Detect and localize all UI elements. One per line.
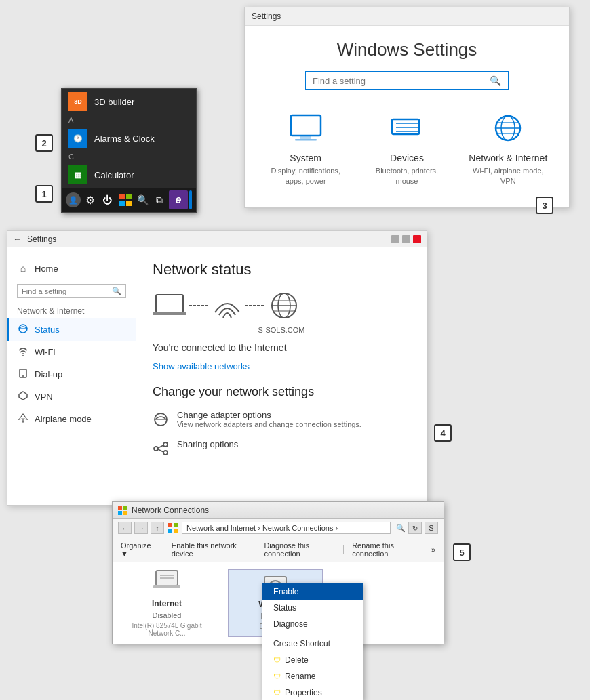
netconn-titlebar-label: Network Connections — [132, 506, 209, 515]
settings-search-box[interactable]: 🔍 — [305, 71, 509, 90]
label-3dbuilder: 3D builder — [94, 97, 134, 107]
svg-rect-6 — [295, 139, 317, 141]
find-setting-input[interactable] — [22, 287, 112, 295]
enable-label: Enable — [273, 587, 298, 596]
nav-back-btn[interactable]: ← — [118, 522, 132, 534]
network-settings-panel: ← Settings ⌂ Home 🔍 Network & Internet — [7, 230, 427, 506]
airplane-icon — [17, 413, 29, 426]
ctx-item-delete[interactable]: 🛡 Delete — [262, 652, 363, 668]
status-label: Status — [273, 603, 296, 613]
adapter-internet[interactable]: Internet Disabled Intel(R) 82574L Gigabi… — [119, 569, 214, 637]
toolbar-sep-2 — [256, 545, 256, 554]
diagnose-btn[interactable]: Diagnose this connection — [261, 540, 338, 559]
sharing-option[interactable]: Sharing options — [153, 439, 410, 460]
svg-rect-39 — [118, 511, 122, 515]
restore-button[interactable] — [402, 235, 410, 243]
svg-rect-5 — [300, 136, 311, 139]
network-diagram — [153, 289, 410, 322]
user-avatar[interactable]: 👤 — [66, 188, 81, 211]
start-menu-item-3dbuilder[interactable]: 3D 3D builder — [62, 89, 196, 115]
home-item[interactable]: ⌂ Home — [7, 258, 136, 279]
sidebar-item-dialup[interactable]: Dial-up — [7, 363, 136, 386]
organize-btn[interactable]: Organize ▼ — [118, 540, 157, 559]
tile-alarms: 🕐 — [68, 129, 87, 148]
status-label: Status — [35, 325, 60, 335]
nav-path: Network and Internet › Network Connectio… — [182, 522, 391, 534]
power-icon[interactable]: ⏻ — [100, 188, 115, 211]
settings-titlebar: Settings — [245, 7, 569, 26]
start-menu-item-calculator[interactable]: ▦ Calculator — [62, 162, 196, 188]
netconn-content: Internet Disabled Intel(R) 82574L Gigabi… — [113, 562, 444, 644]
ctx-item-properties[interactable]: 🛡 Properties — [262, 684, 363, 700]
settings-icon[interactable]: ⚙ — [83, 188, 98, 211]
nav-up-btn[interactable]: ↑ — [151, 522, 164, 534]
svg-rect-37 — [118, 506, 122, 510]
search-taskbar-icon[interactable]: 🔍 — [135, 188, 151, 211]
callout-3: 3 — [536, 197, 553, 214]
network-icon-desc: Wi-Fi, airplane mode, VPN — [468, 166, 549, 187]
svg-rect-43 — [168, 529, 172, 533]
change-adapter-option[interactable]: Change adapter options View network adap… — [153, 410, 410, 431]
adapter-internet-name: Internet — [152, 599, 182, 609]
home-icon: ⌂ — [17, 263, 29, 274]
adapter-option-title: Change adapter options — [177, 410, 361, 420]
sidebar-item-vpn[interactable]: VPN — [7, 386, 136, 408]
ctx-item-status[interactable]: Status — [262, 600, 363, 616]
wifi-label: Wi-Fi — [35, 347, 55, 357]
svg-line-35 — [158, 445, 163, 448]
devices-icon-desc: Bluetooth, printers, mouse — [366, 166, 447, 187]
settings-icons-row: System Display, notifications, apps, pow… — [265, 109, 549, 187]
svg-rect-22 — [153, 312, 186, 315]
devices-icon — [388, 109, 426, 147]
settings-icon-devices[interactable]: Devices Bluetooth, printers, mouse — [366, 109, 447, 187]
svg-rect-46 — [153, 585, 180, 588]
start-menu-letter-a: A — [62, 115, 196, 125]
more-options-btn[interactable]: » — [429, 544, 438, 555]
settings-titlebar-label: Settings — [252, 12, 281, 21]
callout-1: 1 — [35, 185, 53, 203]
nav-search-icon[interactable]: 🔍 — [396, 524, 406, 533]
delete-label: Delete — [285, 655, 309, 665]
svg-rect-3 — [126, 201, 132, 206]
windows-settings-title: Windows Settings — [265, 39, 549, 60]
rename-label: Rename — [285, 672, 315, 681]
toolbar-sep-1 — [163, 545, 163, 554]
sidebar-item-airplane[interactable]: Airplane mode — [7, 408, 136, 430]
svg-rect-1 — [126, 194, 132, 199]
enable-btn[interactable]: Enable this network device — [169, 540, 250, 559]
settings-search-icon: 🔍 — [490, 75, 501, 86]
label-calculator: Calculator — [94, 170, 134, 180]
nav-forward-btn[interactable]: → — [134, 522, 148, 534]
sidebar-item-wifi[interactable]: Wi-Fi — [7, 341, 136, 363]
edge-icon[interactable]: e — [169, 188, 188, 211]
adapter-internet-icon — [153, 569, 180, 596]
find-setting-search[interactable]: 🔍 — [17, 284, 126, 298]
taskbar: 👤 ⚙ ⏻ 🔍 ⧉ e — [62, 188, 196, 212]
ctx-item-diagnose[interactable]: Diagnose — [262, 616, 363, 632]
settings-body: Windows Settings 🔍 System Display, notif… — [245, 26, 569, 207]
sidebar-item-status[interactable]: Status — [7, 318, 136, 341]
diagnose-label: Diagnose — [273, 619, 308, 629]
properties-label: Properties — [285, 688, 322, 697]
rename-btn[interactable]: Rename this connection — [349, 540, 423, 559]
ctx-item-rename[interactable]: 🛡 Rename — [262, 668, 363, 684]
nav-refresh-btn[interactable]: ↻ — [408, 522, 422, 534]
netconn-toolbar: Organize ▼ Enable this network device Di… — [113, 537, 444, 562]
nav-more-btn[interactable]: S — [425, 522, 438, 534]
start-menu-item-alarms[interactable]: 🕐 Alarms & Clock — [62, 125, 196, 151]
windows-settings-panel: Settings Windows Settings 🔍 System Displ… — [244, 7, 570, 208]
settings-search-input[interactable] — [313, 76, 490, 86]
back-button[interactable]: ← — [13, 234, 22, 244]
ctx-item-shortcut[interactable]: Create Shortcut — [262, 636, 363, 652]
close-button[interactable] — [413, 235, 421, 243]
svg-rect-40 — [123, 511, 127, 515]
show-networks-link[interactable]: Show available networks — [153, 361, 410, 371]
settings-icon-system[interactable]: System Display, notifications, apps, pow… — [265, 109, 346, 187]
ctx-item-enable[interactable]: Enable — [262, 583, 363, 600]
minimize-button[interactable] — [391, 235, 399, 243]
netconn-titlebar: Network Connections — [113, 502, 444, 519]
settings-icon-network[interactable]: Network & Internet Wi-Fi, airplane mode,… — [468, 109, 549, 187]
start-menu-panel: 3D 3D builder A 🕐 Alarms & Clock C ▦ Cal… — [61, 88, 197, 213]
start-button[interactable] — [118, 188, 134, 211]
taskview-icon[interactable]: ⧉ — [152, 188, 168, 211]
